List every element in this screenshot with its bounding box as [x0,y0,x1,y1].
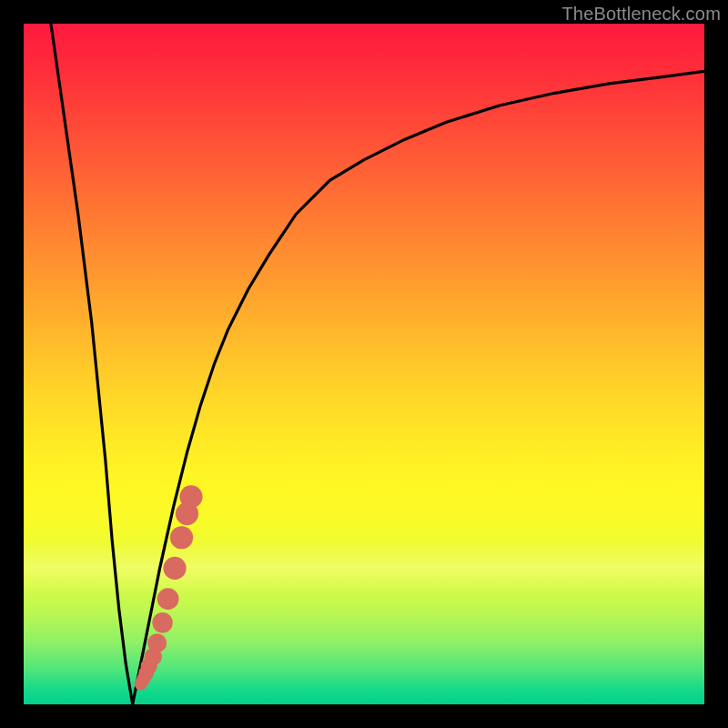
marker-point [163,557,186,580]
marker-point [170,526,193,549]
curve-right-branch [133,71,704,704]
marker-point [179,485,202,508]
plot-area [24,24,704,704]
marker-group [135,485,203,690]
marker-point [152,612,172,632]
watermark-text: TheBottleneck.com [561,4,721,25]
curve-layer [24,24,704,704]
marker-point [147,633,167,652]
chart-frame: TheBottleneck.com [0,0,728,728]
marker-point [157,588,179,610]
curve-left-branch [51,24,133,704]
